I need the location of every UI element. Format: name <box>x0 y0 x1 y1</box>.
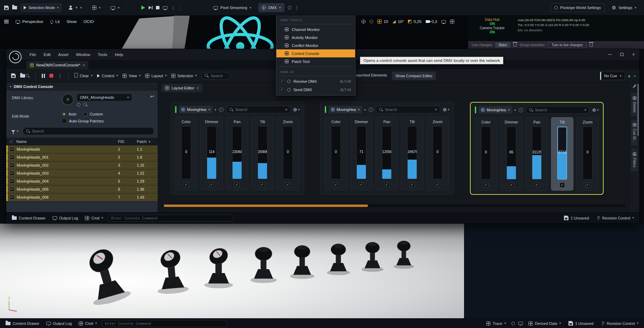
view-dropdown[interactable]: View▾ <box>123 74 141 78</box>
cmd-dropdown[interactable]: Cmd▾ <box>83 213 105 223</box>
fader-zoom[interactable]: Zoom0✓ <box>277 117 299 190</box>
add-content-button[interactable]: + ▾ <box>65 3 85 12</box>
fader-track[interactable]: 31129 <box>532 127 542 179</box>
filter-button[interactable]: ▾ <box>10 129 20 134</box>
console-command-input[interactable] <box>108 215 233 222</box>
cinematics-dropdown[interactable]: ▾ <box>107 3 123 12</box>
fader-enable-checkbox[interactable]: ✓ <box>435 182 440 187</box>
selection-mode-dropdown[interactable]: Selection Mode ▾ <box>21 3 62 12</box>
fixture-checkbox[interactable]: ✓ <box>10 179 14 183</box>
menu-item-channel-monitor[interactable]: Channel Monitor <box>276 25 355 33</box>
fader-track[interactable]: 27132 <box>557 127 567 179</box>
fader-track[interactable]: 0 <box>283 126 293 179</box>
auto-group-patches-checkbox[interactable] <box>62 119 66 123</box>
expand-group-icon[interactable]: ▸ <box>364 108 366 111</box>
snapshot-icon[interactable] <box>518 322 523 325</box>
menu-help[interactable]: Help <box>112 51 126 58</box>
expand-group-icon[interactable]: ▸ <box>215 108 217 111</box>
moving-head-fixture[interactable] <box>362 242 384 272</box>
panel-header[interactable]: ▾ DMX Control Console <box>6 82 158 91</box>
fixture-checkbox[interactable]: ✓ <box>10 155 14 159</box>
fader-enable-checkbox[interactable]: ✓ <box>235 182 239 187</box>
window-close-button[interactable]: × <box>628 49 639 60</box>
fader-tilt[interactable]: Tilt27132✓ <box>551 117 573 191</box>
fader-track[interactable]: 0 <box>433 126 442 179</box>
play-options-kebab[interactable]: ⋮ <box>171 6 175 10</box>
moving-head-fixture[interactable] <box>290 246 315 279</box>
moving-head-fixture[interactable] <box>250 247 277 283</box>
rotation-snap-control[interactable]: 10° <box>392 19 404 24</box>
fixture-row[interactable]: ✓MovingHeads_00231.15 <box>6 161 158 169</box>
group-search-input[interactable] <box>235 107 284 112</box>
fixture-row[interactable]: ✓MovingHeads_00561.36 <box>6 185 158 193</box>
fixture-search[interactable] <box>23 127 154 135</box>
level-viewport-3d[interactable]: Z <box>0 224 464 318</box>
fader-zoom[interactable]: Zoom0✓ <box>426 117 449 190</box>
drawer-tab-details[interactable]: Details <box>631 93 638 116</box>
pixel-streaming-dropdown[interactable]: Pixel Streaming ▾ <box>210 3 255 12</box>
fader-track[interactable]: 71 <box>356 126 366 179</box>
group-settings-dropdown[interactable]: ⚙▾ <box>592 107 599 113</box>
group-search-input[interactable] <box>385 107 433 112</box>
selection-dropdown[interactable]: Selection▾ <box>171 74 197 78</box>
reset-library-icon[interactable]: ↩ <box>150 94 154 99</box>
fixture-checkbox[interactable]: ✓ <box>10 171 14 175</box>
surface-snap-icon[interactable] <box>370 20 373 23</box>
camera-speed-control[interactable]: 0,3 <box>426 19 437 24</box>
blueprints-dropdown[interactable]: ▾ <box>89 3 104 12</box>
fader-enable-checkbox[interactable]: ✓ <box>359 182 364 187</box>
fader-color[interactable]: Color0✓ <box>325 117 347 190</box>
fader-track[interactable]: 0 <box>331 126 341 179</box>
moving-head-fixture[interactable] <box>327 244 350 275</box>
group-search-input[interactable] <box>535 108 583 112</box>
scrollbar-thumb[interactable] <box>164 205 368 207</box>
fader-pan[interactable]: Pan12058✓ <box>376 117 398 190</box>
fader-enable-checkbox[interactable]: ✓ <box>560 183 565 187</box>
turn-to-live-changes-button[interactable]: Turn to live changes <box>548 42 587 48</box>
console-command-input[interactable] <box>102 320 227 327</box>
revision-control-dropdown[interactable]: Revision Control▾ <box>599 321 641 326</box>
fixture-row[interactable]: ✓MovingHeads_00341.22 <box>6 169 158 177</box>
fixture-row[interactable]: ✓MovingHeads_00121.8 <box>6 153 158 161</box>
trash-icon[interactable] <box>513 43 517 47</box>
grid-snap-control[interactable]: 10 <box>377 19 388 24</box>
edit-icon[interactable] <box>633 85 636 88</box>
fader-enable-checkbox[interactable]: ✓ <box>209 182 214 187</box>
browse-content-icon[interactable] <box>12 6 17 9</box>
fader-track[interactable]: 114 <box>207 126 217 179</box>
window-maximize-button[interactable] <box>616 49 628 60</box>
fader-track[interactable]: 12058 <box>382 126 392 179</box>
ocio-dropdown[interactable]: OCIO <box>84 19 94 24</box>
derived-data-dropdown[interactable]: Derived Data▾ <box>526 321 563 326</box>
select-all-checkbox[interactable]: ✓ <box>9 139 14 144</box>
dmx-library-dropdown[interactable]: DMX_MovingHeads ▾ <box>77 94 132 101</box>
cue-stack-button[interactable]: » <box>634 74 635 78</box>
toolbar-overflow-kebab[interactable]: ⋮ <box>295 6 299 10</box>
fader-dimmer[interactable]: Dimmer114✓ <box>201 117 223 190</box>
world-transform-icon[interactable] <box>361 19 366 24</box>
fader-enable-checkbox[interactable]: ✓ <box>585 183 590 187</box>
fader-color[interactable]: Color0✓ <box>475 117 497 191</box>
menu-item-receive-dmx[interactable]: ✓Receive DMXALT+M <box>276 77 355 86</box>
fader-zoom[interactable]: Zoom0✓ <box>576 117 599 191</box>
menu-tools[interactable]: Tools <box>95 51 110 58</box>
receive-dmx-checkbox[interactable]: ✓ <box>280 79 284 84</box>
fader-enable-checkbox[interactable]: ✓ <box>534 183 539 187</box>
trace-dropdown[interactable]: Trace▾ <box>484 321 508 326</box>
fader-color[interactable]: Color0✓ <box>175 117 197 190</box>
show-dropdown[interactable]: Show <box>66 19 77 24</box>
group-search[interactable]: ▾ <box>376 106 440 113</box>
fader-track[interactable]: 24576 <box>407 126 417 179</box>
play-button[interactable] <box>141 6 145 10</box>
fader-track[interactable]: 20906 <box>258 126 267 179</box>
auto-radio[interactable] <box>62 112 66 116</box>
column-name[interactable]: Name <box>16 139 118 144</box>
moving-head-fixture[interactable] <box>393 241 414 269</box>
group-search[interactable]: ▾ <box>526 106 590 114</box>
toolbar-search-input[interactable] <box>211 74 227 78</box>
pixotope-world-settings-button[interactable]: Pixotope World Settings <box>550 3 605 12</box>
fixture-checkbox[interactable]: ✓ <box>10 147 14 151</box>
platforms-icon[interactable] <box>163 6 167 9</box>
info-icon[interactable]: i <box>519 108 523 112</box>
fixture-checkbox[interactable]: ✓ <box>10 195 14 199</box>
